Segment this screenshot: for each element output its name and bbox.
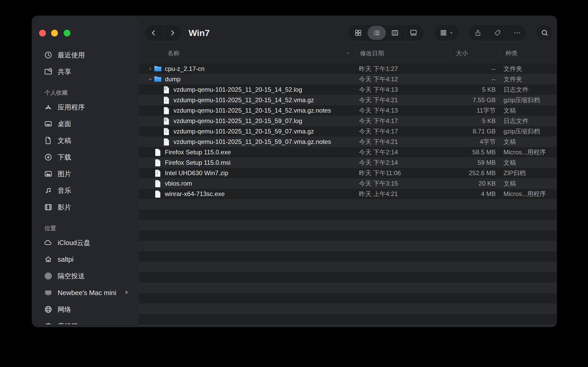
- doc-icon: [43, 135, 53, 146]
- column-header-date[interactable]: 修改日期: [360, 47, 384, 59]
- search-button[interactable]: [536, 24, 554, 42]
- name-cell: vzdump-qemu-101-2025_11_20-15_14_52.log: [139, 84, 302, 95]
- table-row[interactable]: dump今天 下午4:12--文件夹: [139, 74, 557, 84]
- table-row[interactable]: ?vzdump-qemu-101-2025_11_20-15_59_07.vma…: [139, 137, 557, 147]
- table-row[interactable]: ?vbios.rom今天 下午3:1520 KB文稿: [139, 178, 557, 189]
- view-segment-columns-view[interactable]: [386, 26, 404, 40]
- column-divider[interactable]: [501, 49, 501, 57]
- folder-icon: [154, 65, 162, 73]
- back-button[interactable]: [145, 25, 163, 41]
- doc-generic-icon: ?: [163, 107, 170, 114]
- sidebar-item-home[interactable]: saltpi: [35, 251, 139, 268]
- sidebar-item-airdrop[interactable]: 隔空投送: [35, 268, 139, 284]
- date-modified: 昨天 上午4:21: [359, 189, 398, 199]
- forward-button[interactable]: [163, 25, 182, 41]
- list-header: 名称 修改日期 大小 种类: [139, 47, 557, 59]
- name-cell: vzdump-qemu-101-2025_11_20-15_59_07.log: [139, 116, 302, 126]
- film-icon: [43, 202, 53, 212]
- display-icon: [43, 288, 53, 298]
- sidebar-item-film[interactable]: 影片: [35, 199, 139, 216]
- sidebar-item-doc[interactable]: 文稿: [35, 132, 139, 149]
- sidebar-item-label: 应用程序: [58, 103, 85, 112]
- table-row[interactable]: ?Firefox Setup 115.0.msi今天 下午2:1459 MB文稿: [139, 157, 557, 168]
- minimize-button[interactable]: [51, 30, 58, 36]
- date-modified: 今天 下午4:13: [359, 84, 398, 95]
- table-row[interactable]: vzdump-qemu-101-2025_11_20-15_14_52.vma.…: [139, 95, 557, 105]
- zoom-button[interactable]: [64, 30, 70, 36]
- file-size: 11字节: [413, 105, 496, 116]
- date-modified: 今天 下午2:14: [359, 157, 398, 168]
- file-name: Firefox Setup 115.0.exe: [165, 149, 231, 156]
- file-kind: 日志文件: [503, 116, 529, 126]
- file-name: vzdump-qemu-101-2025_11_20-15_14_52.vma.…: [173, 107, 331, 114]
- table-row[interactable]: ?vzdump-qemu-101-2025_11_20-15_14_52.vma…: [139, 105, 557, 116]
- sidebar-item-display[interactable]: Newbee's Mac mini: [35, 284, 139, 301]
- date-modified: 昨天 下午1:27: [359, 64, 398, 74]
- table-row[interactable]: winrar-x64-713sc.exe昨天 上午4:214 MBMicros.…: [139, 189, 557, 199]
- sidebar-item-trash[interactable]: 废纸篓: [35, 318, 139, 325]
- tag-button[interactable]: [494, 29, 501, 37]
- column-header-name[interactable]: 名称: [167, 47, 179, 59]
- column-header-size[interactable]: 大小: [456, 47, 468, 59]
- cloud-icon: [43, 237, 53, 248]
- sidebar-item-shared-folder[interactable]: 共享: [35, 63, 139, 80]
- view-segment-gallery-view[interactable]: [404, 26, 423, 40]
- chevron-right-icon: [169, 29, 176, 36]
- table-row[interactable]: Intel UHD630 Win7.zip昨天 下午11:06252.6 MBZ…: [139, 168, 557, 178]
- doc-zip-icon: [163, 96, 170, 104]
- sidebar-item-download[interactable]: 下载: [35, 149, 139, 166]
- doc-plain-icon: [154, 190, 162, 198]
- sidebar-item-appstore[interactable]: 应用程序: [35, 99, 139, 115]
- clock-icon: [43, 50, 53, 60]
- table-row[interactable]: cpu-z_2.17-cn昨天 下午1:27--文件夹: [139, 64, 557, 74]
- photo-icon: [43, 169, 53, 179]
- column-divider[interactable]: [356, 49, 356, 57]
- file-name: vzdump-qemu-101-2025_11_20-15_59_07.vma.…: [173, 128, 314, 135]
- file-kind: 文稿: [503, 105, 516, 116]
- share-button[interactable]: [474, 29, 482, 37]
- nav-button-group: [144, 24, 182, 41]
- disclosure-down-icon[interactable]: [147, 74, 154, 84]
- desktop-icon: [43, 119, 53, 129]
- table-row[interactable]: vzdump-qemu-101-2025_11_20-15_59_07.vma.…: [139, 126, 557, 137]
- table-row[interactable]: Firefox Setup 115.0.exe今天 下午2:1458.5 MBM…: [139, 147, 557, 157]
- sidebar-item-music[interactable]: 音乐: [35, 182, 139, 199]
- sidebar-item-label: 音乐: [58, 186, 71, 195]
- sidebar-item-globe[interactable]: 网络: [35, 301, 139, 318]
- file-size: --: [413, 74, 496, 84]
- doc-log-icon: [163, 86, 170, 94]
- ellipsis-button[interactable]: [513, 29, 521, 37]
- group-by-button[interactable]: [434, 24, 459, 41]
- date-modified: 今天 下午4:13: [359, 105, 398, 116]
- file-kind: 日志文件: [503, 84, 529, 95]
- table-row[interactable]: vzdump-qemu-101-2025_11_20-15_59_07.log今…: [139, 116, 557, 126]
- sidebar-item-cloud[interactable]: iCloud云盘: [35, 234, 139, 251]
- file-size: 5 KB: [413, 116, 496, 126]
- view-segment-grid-view[interactable]: [349, 26, 367, 40]
- file-size: 5 KB: [413, 84, 496, 95]
- svg-text:?: ?: [156, 160, 158, 163]
- eject-icon[interactable]: [123, 290, 130, 296]
- view-segment-list-view-selected[interactable]: [368, 26, 386, 40]
- finder-window: 名称 修改日期 大小 种类 cpu-z_2.17-cn昨天 下午1:27--文件…: [32, 16, 557, 327]
- disclosure-right-icon[interactable]: [147, 64, 154, 74]
- sidebar-item-desktop[interactable]: 桌面: [35, 115, 139, 132]
- name-cell: ?vzdump-qemu-101-2025_11_20-15_14_52.vma…: [139, 105, 331, 116]
- file-list: cpu-z_2.17-cn昨天 下午1:27--文件夹dump今天 下午4:12…: [139, 64, 557, 327]
- sidebar-item-photo[interactable]: 图片: [35, 166, 139, 182]
- column-divider[interactable]: [450, 49, 450, 57]
- name-cell: ?Firefox Setup 115.0.msi: [139, 157, 231, 168]
- sidebar-item-label: 图片: [58, 169, 71, 179]
- search-icon: [541, 29, 549, 37]
- column-header-kind[interactable]: 种类: [506, 47, 518, 59]
- group-icon: [440, 29, 447, 37]
- sidebar-item-label: Newbee's Mac mini: [58, 289, 116, 297]
- date-modified: 今天 下午2:14: [359, 147, 398, 157]
- file-name: winrar-x64-713sc.exe: [165, 190, 225, 198]
- table-row[interactable]: vzdump-qemu-101-2025_11_20-15_14_52.log今…: [139, 84, 557, 95]
- date-modified: 今天 下午4:21: [359, 137, 398, 147]
- header-divider: [139, 59, 557, 59]
- folder-icon: [154, 75, 162, 83]
- close-button[interactable]: [39, 30, 46, 36]
- sidebar-item-clock[interactable]: 最近使用: [35, 47, 139, 63]
